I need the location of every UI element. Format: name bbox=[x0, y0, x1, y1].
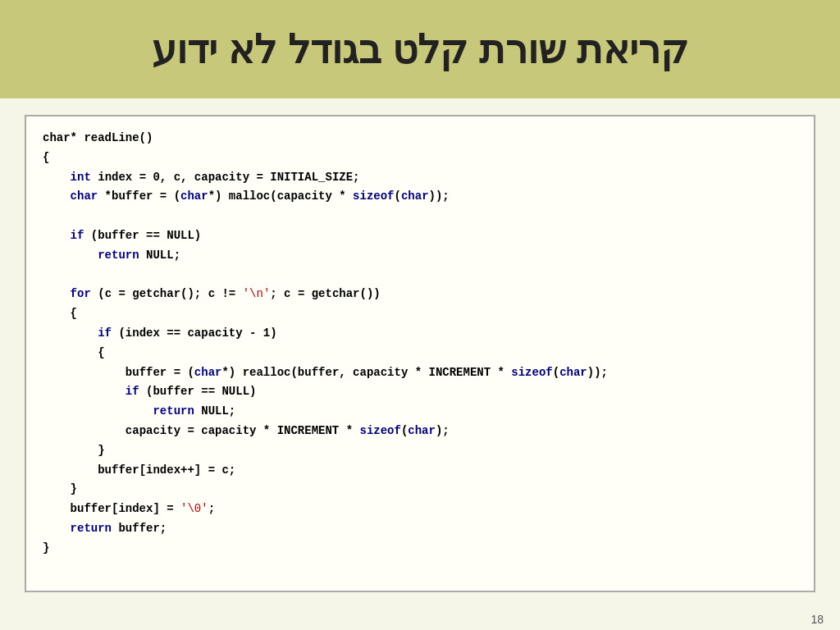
slide-header: קריאת שורת קלט בגודל לא ידוע bbox=[0, 0, 840, 98]
code-line-13: buffer = (char*) realloc(buffer, capacit… bbox=[43, 363, 797, 383]
code-line-5 bbox=[43, 207, 797, 226]
code-line-17: } bbox=[43, 441, 797, 461]
code-line-10: { bbox=[43, 304, 797, 324]
slide: קריאת שורת קלט בגודל לא ידוע char* readL… bbox=[0, 0, 840, 630]
code-line-18: buffer[index++] = c; bbox=[43, 461, 797, 481]
code-block: char* readLine() { int index = 0, c, cap… bbox=[25, 115, 815, 592]
code-line-3: int index = 0, c, capacity = INITIAL_SIZ… bbox=[43, 168, 797, 188]
content-area: char* readLine() { int index = 0, c, cap… bbox=[0, 98, 840, 609]
code-line-12: { bbox=[43, 344, 797, 363]
code-line-16: capacity = capacity * INCREMENT * sizeof… bbox=[43, 422, 797, 441]
code-line-7: return NULL; bbox=[43, 246, 797, 266]
code-line-6: if (buffer == NULL) bbox=[43, 226, 797, 246]
code-line-19: } bbox=[43, 480, 797, 500]
code-line-11: if (index == capacity - 1) bbox=[43, 324, 797, 344]
slide-number: 18 bbox=[0, 609, 840, 630]
code-line-9: for (c = getchar(); c != '\n'; c = getch… bbox=[43, 285, 797, 304]
code-line-1: char* readLine() bbox=[43, 129, 797, 148]
code-line-22: } bbox=[43, 539, 797, 559]
code-line-14: if (buffer == NULL) bbox=[43, 382, 797, 402]
code-line-2: { bbox=[43, 148, 797, 168]
code-line-4: char *buffer = (char*) malloc(capacity *… bbox=[43, 187, 797, 207]
slide-title: קריאת שורת קלט בגודל לא ידוע bbox=[152, 26, 688, 72]
code-line-20: buffer[index] = '\0'; bbox=[43, 500, 797, 519]
code-line-21: return buffer; bbox=[43, 519, 797, 539]
code-line-15: return NULL; bbox=[43, 402, 797, 422]
code-line-8 bbox=[43, 266, 797, 285]
